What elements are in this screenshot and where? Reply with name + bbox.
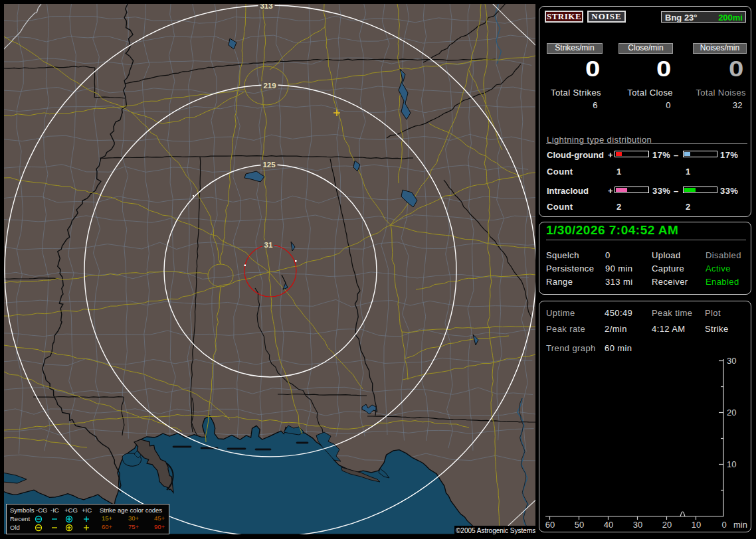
svg-text:31: 31 xyxy=(264,241,273,249)
svg-text:20: 20 xyxy=(662,520,672,530)
svg-text:60: 60 xyxy=(545,520,555,530)
svg-text:125: 125 xyxy=(262,161,276,169)
svg-text:30: 30 xyxy=(727,356,736,366)
svg-text:10: 10 xyxy=(692,520,701,530)
svg-text:40: 40 xyxy=(604,520,613,530)
svg-text:10: 10 xyxy=(727,459,736,469)
svg-text:50: 50 xyxy=(575,520,584,530)
svg-text:min: min xyxy=(733,520,747,530)
svg-text:©2005 Astrogenic Systems: ©2005 Astrogenic Systems xyxy=(456,527,535,534)
svg-text:0: 0 xyxy=(721,520,726,530)
svg-text:313: 313 xyxy=(260,4,272,10)
svg-text:219: 219 xyxy=(263,82,276,90)
svg-text:20: 20 xyxy=(727,408,736,418)
svg-text:30: 30 xyxy=(633,520,642,530)
